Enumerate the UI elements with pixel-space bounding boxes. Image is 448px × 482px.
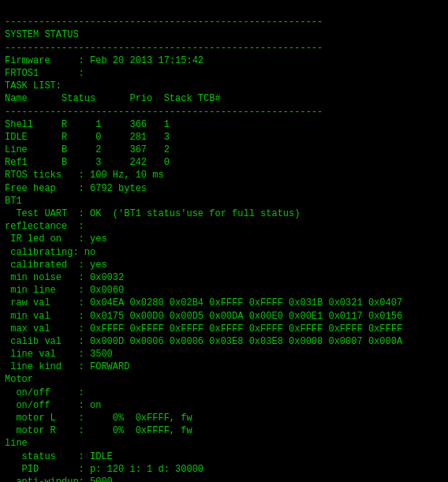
terminal-line: on/off : on — [5, 399, 443, 412]
terminal-line: Ref1 B 3 242 0 — [5, 156, 443, 169]
terminal-line: FRTOS1 : — [5, 67, 443, 80]
terminal-line: Name Status Prio Stack TCB# — [5, 92, 443, 105]
terminal-line: min val : 0x0175 0x00D0 0x00D5 0x00DA 0x… — [5, 310, 443, 323]
terminal-line: ----------------------------------------… — [5, 42, 443, 54]
terminal-line: line kind : FORWARD — [5, 361, 443, 373]
terminal-line: anti-windup: 5000 — [5, 476, 443, 482]
terminal-line: status : IDLE — [5, 450, 443, 463]
terminal-line: motor R : 0% 0xFFFF, fw — [5, 424, 443, 437]
terminal-line: IDLE R 0 281 3 — [5, 131, 443, 144]
terminal-line: Firmware : Feb 20 2013 17:15:42 — [5, 54, 443, 67]
terminal-line: calibrated : yes — [5, 259, 443, 271]
terminal-line: on/off : — [5, 387, 443, 399]
terminal-line: line val : 3500 — [5, 348, 443, 361]
terminal-line: PID : p: 120 i: 1 d: 30000 — [5, 463, 443, 476]
terminal-line: Motor — [5, 373, 443, 386]
terminal-line: min noise : 0x0032 — [5, 271, 443, 284]
terminal-line: min line : 0x0060 — [5, 284, 443, 297]
terminal-line: BT1 — [5, 195, 443, 207]
terminal-line: motor L : 0% 0xFFFF, fw — [5, 412, 443, 424]
terminal-line: raw val : 0x04EA 0x0280 0x02B4 0xFFFF 0x… — [5, 297, 443, 309]
terminal-line: max val : 0xFFFF 0xFFFF 0xFFFF 0xFFFF 0x… — [5, 323, 443, 335]
terminal-line: IR led on : yes — [5, 233, 443, 245]
terminal-line: Shell R 1 366 1 — [5, 118, 443, 131]
terminal-line: ----------------------------------------… — [5, 16, 443, 28]
terminal-line: calibrating: no — [5, 246, 443, 259]
terminal-line: RTOS ticks : 100 Hz, 10 ms — [5, 169, 443, 181]
terminal-line: calib val : 0x000D 0x0006 0x0006 0x03E8 … — [5, 335, 443, 348]
terminal-line: SYSTEM STATUS — [5, 28, 443, 41]
terminal-line: line — [5, 437, 443, 450]
terminal-output: ----------------------------------------… — [5, 3, 443, 482]
terminal-line: Line B 2 367 2 — [5, 144, 443, 156]
terminal-line: ----------------------------------------… — [5, 106, 443, 118]
terminal-line: reflectance : — [5, 220, 443, 233]
terminal-line: Test UART : OK ('BT1 status'use for full… — [5, 207, 443, 220]
terminal-line: Free heap : 6792 bytes — [5, 182, 443, 195]
terminal-line: TASK LIST: — [5, 80, 443, 92]
